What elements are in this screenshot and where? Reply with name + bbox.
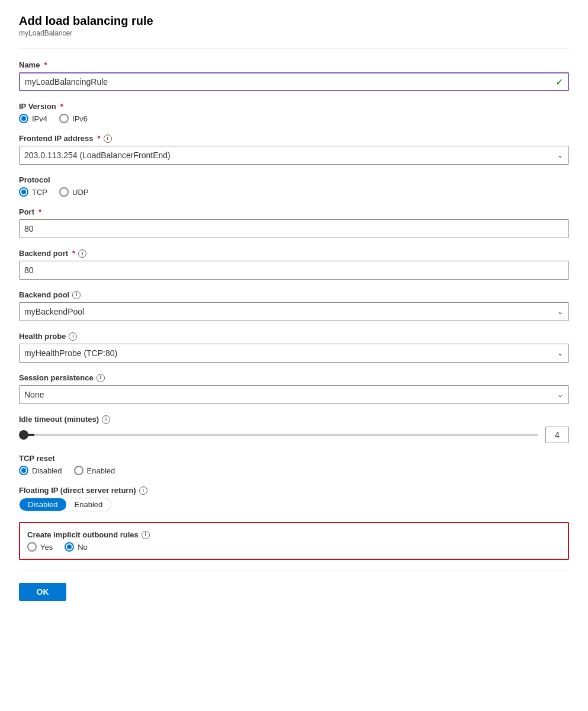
create-outbound-no-option[interactable]: No [65, 542, 88, 552]
floating-ip-section: Floating IP (direct server return) i Dis… [19, 486, 569, 511]
idle-timeout-section: Idle timeout (minutes) i 4 [19, 415, 569, 443]
session-persistence-section: Session persistence i None ⌄ [19, 373, 569, 404]
health-probe-label: Health probe i [19, 332, 569, 341]
protocol-udp-option[interactable]: UDP [59, 187, 88, 197]
health-probe-dropdown[interactable]: myHealthProbe (TCP:80) [19, 344, 569, 363]
backend-port-info-icon[interactable]: i [78, 249, 86, 258]
port-label: Port * [19, 207, 569, 216]
protocol-udp-radio [59, 187, 69, 197]
name-field-section: Name * ✓ [19, 60, 569, 91]
create-outbound-yes-label: Yes [40, 543, 53, 552]
health-probe-dropdown-wrapper: myHealthProbe (TCP:80) ⌄ [19, 344, 569, 363]
ip-version-ipv4-label: IPv4 [32, 114, 47, 123]
port-section: Port * [19, 207, 569, 238]
frontend-ip-dropdown[interactable]: 203.0.113.254 (LoadBalancerFrontEnd) [19, 146, 569, 165]
backend-port-required-star: * [72, 249, 75, 258]
backend-pool-dropdown[interactable]: myBackendPool [19, 302, 569, 321]
health-probe-info-icon[interactable]: i [69, 332, 77, 341]
ip-version-radio-group: IPv4 IPv6 [19, 114, 569, 123]
name-input-wrapper: ✓ [19, 72, 569, 91]
tcp-reset-label: TCP reset [19, 454, 569, 463]
create-outbound-yes-radio [27, 542, 37, 552]
ok-button[interactable]: OK [19, 583, 66, 601]
ip-version-label: IP Version * [19, 102, 569, 111]
protocol-udp-label: UDP [72, 188, 88, 197]
name-label: Name * [19, 60, 569, 69]
name-required-star: * [44, 60, 47, 69]
create-outbound-no-label: No [78, 543, 88, 552]
port-required-star: * [38, 207, 41, 216]
protocol-tcp-radio [19, 187, 28, 197]
backend-port-label: Backend port * i [19, 249, 569, 258]
idle-timeout-info-icon[interactable]: i [102, 415, 110, 424]
idle-timeout-label: Idle timeout (minutes) i [19, 415, 569, 424]
ip-version-ipv4-radio [19, 114, 28, 123]
create-outbound-yes-option[interactable]: Yes [27, 542, 53, 552]
backend-pool-info-icon[interactable]: i [72, 291, 81, 299]
health-probe-section: Health probe i myHealthProbe (TCP:80) ⌄ [19, 332, 569, 363]
protocol-tcp-option[interactable]: TCP [19, 187, 47, 197]
idle-timeout-value: 4 [555, 430, 560, 440]
frontend-ip-required-star: * [97, 134, 100, 143]
name-check-icon: ✓ [555, 76, 563, 88]
session-persistence-info-icon[interactable]: i [97, 374, 105, 382]
protocol-label: Protocol [19, 175, 569, 184]
session-persistence-label: Session persistence i [19, 373, 569, 382]
tcp-reset-radio-group: Disabled Enabled [19, 466, 569, 475]
create-outbound-no-radio [65, 542, 74, 552]
top-divider [19, 48, 569, 49]
floating-ip-disabled-button[interactable]: Disabled [20, 498, 66, 511]
backend-pool-label: Backend pool i [19, 290, 569, 299]
idle-timeout-slider-container: 4 [19, 427, 569, 443]
frontend-ip-label: Frontend IP address * i [19, 134, 569, 143]
protocol-section: Protocol TCP UDP [19, 175, 569, 197]
backend-pool-dropdown-wrapper: myBackendPool ⌄ [19, 302, 569, 321]
ip-version-ipv4-option[interactable]: IPv4 [19, 114, 47, 123]
frontend-ip-dropdown-wrapper: 203.0.113.254 (LoadBalancerFrontEnd) ⌄ [19, 146, 569, 165]
name-input[interactable] [19, 72, 569, 91]
tcp-reset-disabled-radio [19, 466, 28, 475]
create-outbound-radio-group: Yes No [27, 542, 561, 552]
tcp-reset-section: TCP reset Disabled Enabled [19, 454, 569, 475]
ip-version-ipv6-label: IPv6 [72, 114, 88, 123]
floating-ip-enabled-button[interactable]: Enabled [66, 498, 111, 511]
protocol-tcp-label: TCP [32, 188, 47, 197]
tcp-reset-disabled-option[interactable]: Disabled [19, 466, 62, 475]
tcp-reset-enabled-option[interactable]: Enabled [74, 466, 115, 475]
session-persistence-dropdown[interactable]: None [19, 385, 569, 404]
session-persistence-dropdown-wrapper: None ⌄ [19, 385, 569, 404]
tcp-reset-disabled-label: Disabled [32, 466, 62, 475]
bottom-divider [19, 571, 569, 571]
protocol-radio-group: TCP UDP [19, 187, 569, 197]
backend-port-section: Backend port * i [19, 249, 569, 280]
idle-timeout-slider[interactable] [19, 434, 538, 436]
backend-pool-section: Backend pool i myBackendPool ⌄ [19, 290, 569, 321]
create-outbound-label: Create implicit outbound rules i [27, 530, 561, 539]
port-input[interactable] [19, 219, 569, 238]
idle-timeout-value-box: 4 [545, 427, 569, 443]
floating-ip-toggle[interactable]: Disabled Enabled [19, 498, 111, 511]
page-title: Add load balancing rule [19, 14, 569, 28]
ip-version-ipv6-radio [59, 114, 69, 123]
ip-version-section: IP Version * IPv4 IPv6 [19, 102, 569, 123]
create-outbound-info-icon[interactable]: i [142, 531, 150, 539]
frontend-ip-info-icon[interactable]: i [104, 134, 112, 143]
tcp-reset-enabled-label: Enabled [87, 466, 115, 475]
tcp-reset-enabled-radio [74, 466, 83, 475]
frontend-ip-section: Frontend IP address * i 203.0.113.254 (L… [19, 134, 569, 165]
floating-ip-info-icon[interactable]: i [139, 486, 147, 495]
create-outbound-section: Create implicit outbound rules i Yes No [19, 522, 569, 560]
ip-version-required-star: * [60, 102, 63, 111]
page-subtitle: myLoadBalancer [19, 29, 569, 37]
floating-ip-label: Floating IP (direct server return) i [19, 486, 569, 495]
ip-version-ipv6-option[interactable]: IPv6 [59, 114, 88, 123]
backend-port-input[interactable] [19, 261, 569, 280]
